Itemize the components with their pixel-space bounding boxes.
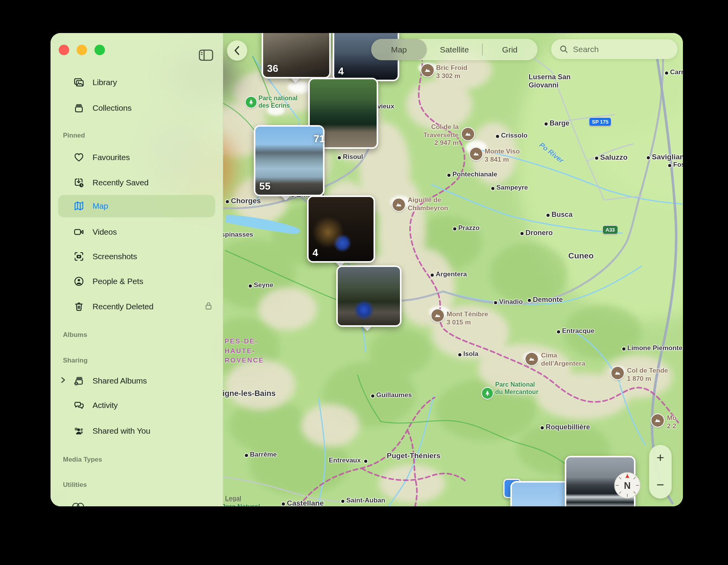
zoom-out-button[interactable]: − (649, 472, 672, 497)
map-label-town: Seyne (254, 281, 273, 289)
sidebar-item-shared-with-you[interactable]: Shared with You (58, 420, 215, 442)
photo-cluster-bikes[interactable]: 36 (262, 33, 331, 78)
segment-divider (482, 44, 483, 56)
map-town-dot (665, 71, 668, 75)
sidebar-item-label: Collections (93, 103, 132, 113)
photo-cluster-night-garage[interactable]: 4 (307, 195, 375, 263)
sidebar-item-shared-albums[interactable]: Shared Albums (58, 370, 215, 392)
map-label-peak: Monte Viso3 841 m (485, 148, 520, 164)
tab-label: Satellite (440, 45, 469, 54)
sidebar-item-favourites[interactable]: Favourites (58, 146, 215, 168)
close-button[interactable] (59, 45, 69, 55)
sidebar-section-sharing: Sharing (63, 357, 87, 364)
map-label-town: Chorges (231, 197, 261, 205)
sidebar-item-label: Screenshots (93, 252, 137, 261)
sidebar-item-label: Favourites (93, 153, 130, 162)
photos-app-window: Luserna SanGiovanniCarmBargeSaluzzoSavig… (51, 33, 683, 506)
lock-icon (205, 302, 212, 311)
map-label-parc-naturel: Parc Naturel (221, 503, 260, 506)
tab-grid[interactable]: Grid (482, 39, 538, 60)
sidebar-item-label: Recently Saved (93, 178, 148, 187)
tab-label: Grid (502, 45, 518, 54)
mountain-peak-icon (461, 127, 475, 141)
map-town-dot (338, 156, 341, 159)
park-tree-icon (481, 387, 494, 399)
shared-album-icon (73, 375, 85, 387)
sidebar-item-people-pets[interactable]: People & Pets (58, 270, 215, 292)
map-label-town: Luserna SanGiovanni (529, 73, 571, 89)
compass[interactable]: N (614, 472, 641, 499)
map-town-dot (431, 274, 434, 277)
video-camera-icon (73, 226, 85, 238)
map-label-park: Parc nationaldes Ecrins (258, 94, 297, 109)
map-label-town: Prazzo (458, 224, 480, 232)
photo-thumbnail: 71 (310, 79, 377, 147)
people-group-icon (73, 425, 85, 437)
sidebar-item-videos[interactable]: Videos (58, 221, 215, 243)
map-label-town: Guillaumes (376, 391, 412, 399)
tab-map[interactable]: Map (371, 39, 427, 60)
chevron-left-icon (235, 47, 239, 54)
sidebar-item-recently-saved[interactable]: Recently Saved (58, 172, 215, 194)
route-shield-sp175: SP 175 (589, 117, 611, 126)
sidebar-item-collections[interactable]: Collections (58, 97, 215, 119)
person-circle-icon (73, 276, 85, 287)
map-label-town: Pontechianale (452, 171, 497, 178)
map-label-peak: Mont Ténibre3 015 m (447, 310, 488, 326)
mountain-peak-icon (421, 63, 435, 77)
map-mode-segmented-control: MapSatelliteGrid (371, 39, 538, 60)
search-icon (560, 45, 568, 54)
map-label-region: PES-DE-HAUTE-ROVENCE (225, 337, 264, 366)
map-label-town: Isola (463, 350, 478, 358)
sidebar-toggle-icon[interactable] (197, 49, 215, 61)
tab-satellite[interactable]: Satellite (427, 39, 482, 60)
map-town-dot (545, 122, 548, 126)
map-town-dot (496, 135, 499, 138)
back-button[interactable] (227, 40, 247, 61)
zoom-in-button[interactable]: + (649, 445, 672, 470)
screenshot-icon (73, 251, 85, 262)
map-label-town: Puget-Théniers (387, 452, 440, 460)
sidebar-item-screenshots[interactable]: Screenshots (58, 246, 215, 267)
sidebar-item-map[interactable]: Map (58, 195, 215, 217)
map-label-town: Demonte (533, 296, 563, 304)
mountain-peak-icon (525, 352, 539, 366)
map-label-town: Carm (670, 68, 683, 76)
sidebar-section-utilities: Utilities (63, 481, 87, 489)
sidebar: LibraryCollectionsPinnedFavouritesRecent… (51, 33, 223, 506)
sidebar-section-pinned: Pinned (63, 132, 85, 140)
map-town-dot (595, 157, 598, 160)
map-label-town: Fos (673, 161, 683, 169)
sidebar-item-label: Shared with You (93, 426, 150, 436)
photo-count-badge: 4 (312, 247, 318, 259)
sidebar-item-recently-deleted[interactable]: Recently Deleted (58, 296, 215, 317)
sidebar-item-label: People & Pets (93, 277, 143, 286)
mountain-peak-icon (431, 309, 445, 323)
legal-link[interactable]: Legal (225, 495, 241, 502)
sidebar-item-label: Shared Albums (93, 376, 147, 385)
map-town-dot (668, 164, 671, 167)
zoom-window-button[interactable] (94, 45, 105, 55)
sidebar-item-library[interactable]: Library (58, 71, 215, 93)
map-town-dot (494, 301, 497, 304)
map-label-town: Saint-Auban (346, 497, 385, 504)
sidebar-item-activity[interactable]: Activity (58, 394, 215, 416)
sidebar-item-label: Map (93, 201, 108, 211)
search-input[interactable]: Search (551, 39, 677, 59)
disclosure-chevron-icon[interactable] (61, 376, 66, 385)
map-label-town: Digne-les-Bains (217, 389, 276, 398)
map-label-town: Vinadio (499, 298, 523, 306)
mountain-peak-icon (469, 147, 483, 161)
map-town-dot (226, 200, 229, 203)
photo-thumbnail (338, 267, 400, 325)
map-label-town: Entracque (562, 327, 594, 335)
map-label-town: Cuneo (568, 251, 594, 261)
map-label-town: Risoul (343, 153, 363, 161)
photo-cluster-blue-car-road[interactable] (336, 265, 402, 327)
map-label-town: Savigliano (652, 153, 683, 161)
minimize-button[interactable] (77, 45, 87, 55)
photo-cluster-forest-lake[interactable]: 71 (308, 78, 378, 149)
chat-bubbles-icon (73, 399, 85, 411)
map-town-dot (541, 426, 544, 429)
compass-n-label: N (624, 480, 630, 491)
